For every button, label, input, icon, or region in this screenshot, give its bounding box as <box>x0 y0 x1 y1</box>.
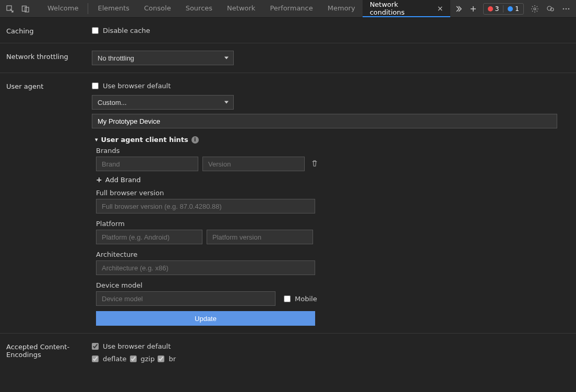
inspect-icon[interactable] <box>2 0 18 18</box>
divider <box>88 3 88 14</box>
client-hints-body: Brands + Add Brand Full browser version … <box>96 147 570 326</box>
device-model-label: Device model <box>96 281 570 289</box>
disable-cache-checkbox[interactable]: Disable cache <box>92 25 570 35</box>
gzip-input[interactable] <box>130 355 137 362</box>
add-brand-label: Add Brand <box>105 176 141 184</box>
main-toolbar: Welcome Elements Console Sources Network… <box>0 0 576 18</box>
br-label: br <box>169 355 176 363</box>
throttling-select[interactable]: No throttling <box>92 51 234 65</box>
encodings-default-input[interactable] <box>92 343 99 350</box>
tab-label: Network conditions <box>370 1 433 16</box>
ua-default-input[interactable] <box>92 82 99 89</box>
delete-icon[interactable] <box>311 160 318 169</box>
encodings-row: Accepted Content-Encodings Use browser d… <box>0 334 576 371</box>
encodings-label: Accepted Content-Encodings <box>6 341 92 359</box>
platform-version-input[interactable] <box>207 230 313 244</box>
tab-network[interactable]: Network <box>220 0 262 17</box>
platform-input[interactable] <box>96 230 202 244</box>
more-tabs-icon[interactable] <box>450 0 465 18</box>
full-version-input[interactable] <box>96 199 315 213</box>
architecture-label: Architecture <box>96 251 570 258</box>
error-dot-icon <box>488 6 493 11</box>
client-hints-toggle[interactable]: ▾ User agent client hints i <box>95 136 570 144</box>
architecture-input[interactable] <box>96 260 315 275</box>
client-hints-label: User agent client hints <box>101 136 188 144</box>
throttling-label: Network throttling <box>6 51 92 61</box>
ua-default-checkbox[interactable]: Use browser default <box>92 80 570 91</box>
throttling-row: Network throttling No throttling <box>0 43 576 73</box>
user-agent-label: User agent <box>6 80 92 90</box>
svg-rect-1 <box>22 6 27 11</box>
ua-preset-select[interactable]: Custom... <box>92 95 234 110</box>
plus-icon: + <box>96 175 102 184</box>
chevron-down-icon: ▾ <box>95 136 98 143</box>
svg-point-8 <box>568 8 570 9</box>
add-tab-icon[interactable] <box>466 0 481 18</box>
tab-elements[interactable]: Elements <box>90 0 137 17</box>
more-icon[interactable] <box>558 0 574 18</box>
info-dot-icon <box>508 6 513 11</box>
disable-cache-label: Disable cache <box>103 27 150 34</box>
tab-network-conditions[interactable]: Network conditions × <box>363 0 451 17</box>
feedback-icon[interactable] <box>543 0 558 18</box>
info-count: 1 <box>515 5 519 13</box>
update-button[interactable]: Update <box>96 311 315 326</box>
disable-cache-input[interactable] <box>92 27 99 34</box>
tab-memory[interactable]: Memory <box>320 0 363 17</box>
platform-row <box>96 230 570 244</box>
info-badge[interactable]: 1 <box>503 5 523 13</box>
deflate-label: deflate <box>103 355 127 363</box>
brand-row <box>96 157 570 171</box>
settings-icon[interactable] <box>527 0 543 18</box>
full-version-label: Full browser version <box>96 189 570 197</box>
errors-count: 3 <box>495 5 499 13</box>
errors-badge[interactable]: 3 <box>484 5 503 13</box>
brand-input[interactable] <box>96 157 198 171</box>
encodings-options: deflate gzip br <box>92 353 570 364</box>
toolbar-right: 3 1 <box>481 0 576 17</box>
deflate-input[interactable] <box>92 355 99 362</box>
mobile-input[interactable] <box>284 295 291 302</box>
gzip-label: gzip <box>141 355 155 363</box>
svg-point-3 <box>534 8 536 10</box>
brands-label: Brands <box>96 147 570 155</box>
deflate-checkbox[interactable]: deflate <box>92 353 127 364</box>
user-agent-row: User agent Use browser default Custom...… <box>0 73 576 334</box>
device-model-input[interactable] <box>96 291 275 306</box>
encodings-default-checkbox[interactable]: Use browser default <box>92 341 570 351</box>
tab-sources[interactable]: Sources <box>178 0 220 17</box>
panel-content: Caching Disable cache Network throttling… <box>0 18 576 392</box>
toolbar-left <box>0 0 40 17</box>
encodings-default-label: Use browser default <box>103 342 171 350</box>
svg-point-6 <box>563 8 565 9</box>
mobile-checkbox[interactable]: Mobile <box>284 293 317 304</box>
caching-row: Caching Disable cache <box>0 18 576 43</box>
tab-console[interactable]: Console <box>137 0 178 17</box>
issues-badge[interactable]: 3 1 <box>483 3 524 15</box>
device-toggle-icon[interactable] <box>18 0 33 18</box>
ua-string-input[interactable] <box>92 114 557 128</box>
mobile-label: Mobile <box>295 295 317 303</box>
info-icon[interactable]: i <box>191 136 199 144</box>
gzip-checkbox[interactable]: gzip <box>130 353 155 364</box>
tab-welcome[interactable]: Welcome <box>40 0 86 17</box>
br-input[interactable] <box>158 355 164 362</box>
platform-label: Platform <box>96 220 570 228</box>
tab-bar: Welcome Elements Console Sources Network… <box>40 0 481 17</box>
ua-default-label: Use browser default <box>103 82 171 90</box>
close-icon[interactable]: × <box>437 5 443 12</box>
add-brand-button[interactable]: + Add Brand <box>96 175 570 184</box>
device-model-row: Mobile <box>96 291 570 306</box>
brand-version-input[interactable] <box>202 157 305 171</box>
svg-point-7 <box>566 8 567 9</box>
br-checkbox[interactable]: br <box>158 353 176 364</box>
caching-label: Caching <box>6 25 92 35</box>
tab-performance[interactable]: Performance <box>262 0 320 17</box>
